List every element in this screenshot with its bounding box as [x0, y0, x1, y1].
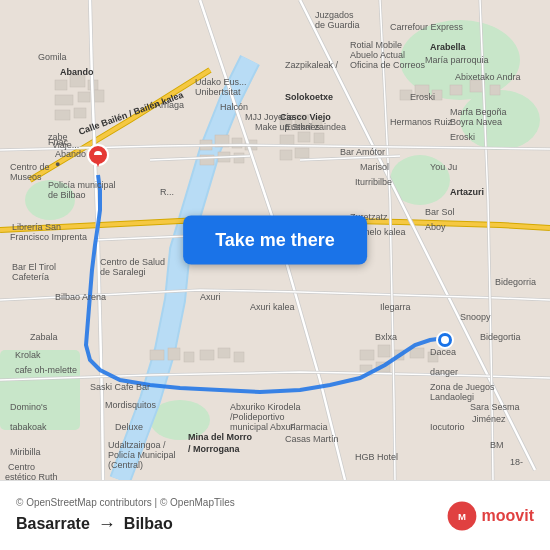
svg-text:Policía municipal: Policía municipal [48, 180, 116, 190]
svg-text:Aboy: Aboy [425, 222, 446, 232]
svg-text:Unibertsitat: Unibertsitat [195, 87, 241, 97]
svg-text:Iturribilbe: Iturribilbe [355, 177, 392, 187]
svg-text:Boyra Navea: Boyra Navea [450, 117, 502, 127]
svg-text:Udako Eus...: Udako Eus... [195, 77, 247, 87]
svg-text:Axuri: Axuri [200, 292, 221, 302]
moovit-logo: M moovit [446, 500, 534, 532]
svg-text:Solokoetxe: Solokoetxe [285, 92, 333, 102]
svg-text:Artazuri: Artazuri [450, 187, 484, 197]
svg-text:18-: 18- [510, 457, 523, 467]
svg-text:Abixetako Andra: Abixetako Andra [455, 72, 521, 82]
moovit-text: moovit [482, 507, 534, 525]
svg-text:Landaolegi: Landaolegi [430, 392, 474, 402]
svg-text:Abando: Abando [55, 149, 86, 159]
svg-text:Eroski: Eroski [410, 92, 435, 102]
svg-text:Bidegortia: Bidegortia [480, 332, 521, 342]
svg-rect-14 [74, 108, 86, 118]
svg-text:Bilbao Arena: Bilbao Arena [55, 292, 106, 302]
svg-text:Oficina de Correos: Oficina de Correos [350, 60, 426, 70]
svg-rect-25 [280, 135, 294, 145]
svg-text:Librería San: Librería San [12, 222, 61, 232]
origin-label: Basarrate [16, 515, 90, 533]
footer: © OpenStreetMap contributors | © OpenMap… [0, 480, 550, 550]
svg-text:danger: danger [430, 367, 458, 377]
svg-text:Eroski: Eroski [450, 132, 475, 142]
svg-text:de Bilbao: de Bilbao [48, 190, 86, 200]
svg-text:Centro: Centro [8, 462, 35, 472]
svg-text:Bar Amótor: Bar Amótor [340, 147, 385, 157]
svg-text:Cafetería: Cafetería [12, 272, 49, 282]
svg-text:tabakoak: tabakoak [10, 422, 47, 432]
take-me-there-button[interactable]: Take me there [183, 216, 367, 265]
svg-rect-10 [55, 95, 73, 105]
svg-text:Snoopy: Snoopy [460, 312, 491, 322]
svg-text:Mina del Morro: Mina del Morro [188, 432, 253, 442]
arrow-icon: → [98, 514, 116, 535]
svg-text:Policía Municipal: Policía Municipal [108, 450, 176, 460]
svg-text:Deluxe: Deluxe [115, 422, 143, 432]
svg-text:Hermanos Ruiz: Hermanos Ruiz [390, 117, 453, 127]
svg-text:Zona de Juegos: Zona de Juegos [430, 382, 495, 392]
svg-text:Make up Stories: Make up Stories [255, 122, 321, 132]
svg-text:de Guardia: de Guardia [315, 20, 360, 30]
svg-rect-35 [490, 85, 500, 95]
svg-rect-37 [168, 348, 180, 360]
svg-rect-29 [295, 148, 309, 158]
svg-text:Casas Martín: Casas Martín [285, 434, 339, 444]
svg-text:Bidegorria: Bidegorria [495, 277, 536, 287]
svg-text:(Central): (Central) [108, 460, 143, 470]
svg-text:Abando: Abando [60, 67, 94, 77]
svg-rect-41 [234, 352, 244, 362]
svg-rect-26 [298, 132, 310, 142]
svg-text:Zazpikaleak /: Zazpikaleak / [285, 60, 339, 70]
svg-text:/ Morrogana: / Morrogana [188, 444, 240, 454]
svg-text:Marisol: Marisol [360, 162, 389, 172]
svg-text:MJJ Joyería: MJJ Joyería [245, 112, 294, 122]
svg-rect-13 [55, 110, 70, 120]
svg-text:Abuelo Actual: Abuelo Actual [350, 50, 405, 60]
svg-text:Centro de: Centro de [10, 162, 50, 172]
map-attribution: © OpenStreetMap contributors | © OpenMap… [16, 497, 235, 508]
svg-rect-28 [280, 150, 292, 160]
svg-text:Abxuriko Kirodela: Abxuriko Kirodela [230, 402, 301, 412]
svg-text:Centro de Salud: Centro de Salud [100, 257, 165, 267]
svg-text:Mordisquitos: Mordisquitos [105, 400, 157, 410]
svg-text:cafe oh-melette: cafe oh-melette [15, 365, 77, 375]
svg-rect-4 [0, 350, 80, 430]
svg-text:María parroquia: María parroquia [425, 55, 489, 65]
svg-text:Bar El Tirol: Bar El Tirol [12, 262, 56, 272]
svg-text:Museos: Museos [10, 172, 42, 182]
svg-text:●: ● [55, 159, 60, 169]
svg-rect-45 [410, 348, 424, 358]
svg-text:Ilegarra: Ilegarra [380, 302, 411, 312]
svg-text:Carrefour Express: Carrefour Express [390, 22, 464, 32]
svg-rect-43 [378, 345, 390, 357]
svg-text:BM: BM [490, 440, 504, 450]
svg-text:Udaltzaingoa /: Udaltzaingoa / [108, 440, 166, 450]
svg-text:zabe: zabe [48, 132, 68, 142]
svg-rect-33 [450, 85, 462, 95]
svg-text:Domino's: Domino's [10, 402, 48, 412]
svg-rect-27 [314, 133, 324, 143]
svg-rect-11 [78, 92, 90, 102]
footer-left: © OpenStreetMap contributors | © OpenMap… [16, 497, 235, 535]
svg-text:Krolak: Krolak [15, 350, 41, 360]
svg-text:You Ju: You Ju [430, 162, 457, 172]
svg-text:R...: R... [160, 187, 174, 197]
svg-text:municipal Abxuri: municipal Abxuri [230, 422, 296, 432]
svg-text:Francisco Imprenta: Francisco Imprenta [10, 232, 87, 242]
svg-text:de Saralegi: de Saralegi [100, 267, 146, 277]
svg-text:Bar Sol: Bar Sol [425, 207, 455, 217]
svg-text:Gomila: Gomila [38, 52, 67, 62]
svg-text:Marfa Begoña: Marfa Begoña [450, 107, 507, 117]
svg-text:HGB Hotel: HGB Hotel [355, 452, 398, 462]
svg-rect-38 [184, 352, 194, 362]
map-container: Abando Gomila Centro de Museos Solokoetx… [0, 0, 550, 480]
svg-rect-42 [360, 350, 374, 360]
svg-rect-36 [150, 350, 164, 360]
svg-text:Halcón: Halcón [220, 102, 248, 112]
svg-rect-12 [94, 90, 104, 102]
svg-text:Arabella: Arabella [430, 42, 467, 52]
svg-text:Jiménez: Jiménez [472, 414, 506, 424]
svg-text:Farmacia: Farmacia [290, 422, 328, 432]
